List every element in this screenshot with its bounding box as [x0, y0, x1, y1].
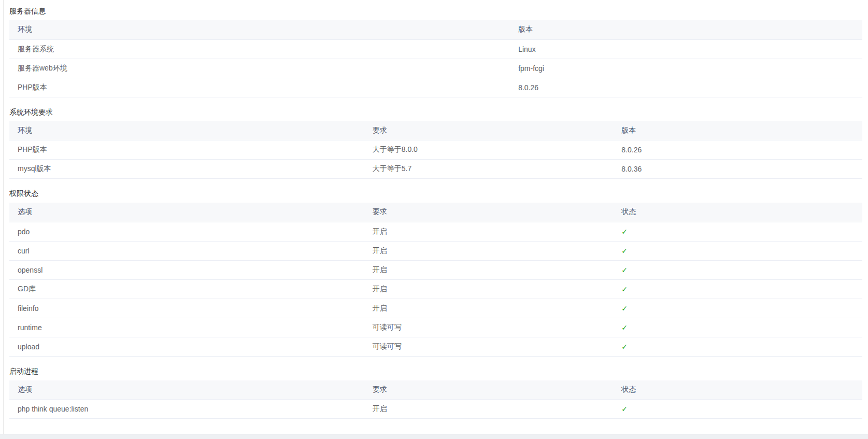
value-cell: 可读可写	[364, 318, 614, 337]
table-row: mysql版本大于等于5.78.0.36	[9, 160, 862, 179]
option-cell: upload	[9, 337, 364, 356]
value-cell: 大于等于5.7	[364, 160, 614, 179]
table-header-row: 选项要求状态	[9, 203, 862, 222]
system-requirements-title: 系统环境要求	[9, 107, 862, 117]
startup-process-table: 选项要求状态php think queue:listen开启✓	[9, 380, 862, 419]
value-cell: 8.0.26	[510, 78, 862, 97]
table-row: 服务器系统Linux	[9, 39, 862, 59]
column-header: 要求	[364, 380, 614, 400]
option-cell: fileinfo	[9, 299, 364, 318]
status-cell: ✓	[613, 299, 862, 318]
section-permission-status: 权限状态选项要求状态pdo开启✓curl开启✓openssl开启✓GD库开启✓f…	[9, 188, 862, 357]
option-cell: 服务器系统	[9, 39, 510, 59]
column-header: 要求	[364, 121, 614, 140]
check-icon: ✓	[621, 247, 628, 255]
option-cell: 服务器web环境	[9, 59, 510, 78]
value-cell: 开启	[364, 222, 614, 241]
option-cell: PHP版本	[9, 140, 364, 160]
value-cell: 开启	[364, 400, 614, 419]
option-cell: runtime	[9, 318, 364, 337]
table-row: GD库开启✓	[9, 279, 862, 299]
section-startup-process: 启动进程选项要求状态php think queue:listen开启✓	[9, 366, 862, 419]
table-row: PHP版本大于等于8.0.08.0.26	[9, 140, 862, 160]
status-cell: ✓	[613, 260, 862, 279]
table-header-row: 选项要求状态	[9, 380, 862, 400]
value-cell: 8.0.26	[613, 140, 862, 160]
option-cell: openssl	[9, 260, 364, 279]
value-cell: 大于等于8.0.0	[364, 140, 614, 160]
option-cell: GD库	[9, 279, 364, 299]
check-icon: ✓	[621, 266, 628, 274]
option-cell: pdo	[9, 222, 364, 241]
status-cell: ✓	[613, 279, 862, 299]
server-info-title: 服务器信息	[9, 6, 862, 16]
section-server-info: 服务器信息环境版本服务器系统Linux服务器web环境fpm-fcgiPHP版本…	[9, 6, 862, 97]
value-cell: 可读可写	[364, 337, 614, 356]
column-header: 选项	[9, 203, 364, 222]
option-cell: php think queue:listen	[9, 400, 364, 419]
table-row: 服务器web环境fpm-fcgi	[9, 59, 862, 78]
section-system-requirements: 系统环境要求环境要求版本PHP版本大于等于8.0.08.0.26mysql版本大…	[9, 107, 862, 179]
value-cell: 开启	[364, 279, 614, 299]
table-row: upload可读可写✓	[9, 337, 862, 356]
table-header-row: 环境要求版本	[9, 121, 862, 140]
system-requirements-table: 环境要求版本PHP版本大于等于8.0.08.0.26mysql版本大于等于5.7…	[9, 121, 862, 179]
check-icon: ✓	[621, 323, 628, 332]
table-row: runtime可读可写✓	[9, 318, 862, 337]
permission-status-title: 权限状态	[9, 188, 862, 199]
column-header: 状态	[613, 380, 862, 400]
column-header: 选项	[9, 380, 364, 400]
column-header: 状态	[613, 203, 862, 222]
content: 服务器信息环境版本服务器系统Linux服务器web环境fpm-fcgiPHP版本…	[0, 0, 868, 419]
value-cell: 开启	[364, 241, 614, 260]
column-header: 环境	[9, 20, 510, 39]
table-row: curl开启✓	[9, 241, 862, 260]
permission-status-table: 选项要求状态pdo开启✓curl开启✓openssl开启✓GD库开启✓filei…	[9, 203, 862, 357]
column-header: 环境	[9, 121, 364, 140]
table-row: PHP版本8.0.26	[9, 78, 862, 97]
column-header: 要求	[364, 203, 614, 222]
column-header: 版本	[613, 121, 862, 140]
check-icon: ✓	[621, 285, 628, 293]
value-cell: 开启	[364, 260, 614, 279]
status-cell: ✓	[613, 318, 862, 337]
bottom-background-strip	[0, 434, 868, 439]
column-header: 版本	[510, 20, 862, 39]
status-cell: ✓	[613, 337, 862, 356]
option-cell: PHP版本	[9, 78, 510, 97]
table-row: php think queue:listen开启✓	[9, 400, 862, 419]
status-cell: ✓	[613, 241, 862, 260]
table-header-row: 环境版本	[9, 20, 862, 39]
status-cell: ✓	[613, 222, 862, 241]
startup-process-title: 启动进程	[9, 366, 862, 376]
table-row: openssl开启✓	[9, 260, 862, 279]
option-cell: mysql版本	[9, 160, 364, 179]
table-row: pdo开启✓	[9, 222, 862, 241]
check-icon: ✓	[621, 343, 628, 351]
check-icon: ✓	[621, 304, 628, 313]
server-info-table: 环境版本服务器系统Linux服务器web环境fpm-fcgiPHP版本8.0.2…	[9, 20, 862, 97]
option-cell: curl	[9, 241, 364, 260]
value-cell: 8.0.36	[613, 160, 862, 179]
check-icon: ✓	[621, 405, 628, 413]
value-cell: fpm-fcgi	[510, 59, 862, 78]
check-icon: ✓	[621, 228, 628, 236]
table-row: fileinfo开启✓	[9, 299, 862, 318]
status-cell: ✓	[613, 400, 862, 419]
value-cell: Linux	[510, 39, 862, 59]
value-cell: 开启	[364, 299, 614, 318]
